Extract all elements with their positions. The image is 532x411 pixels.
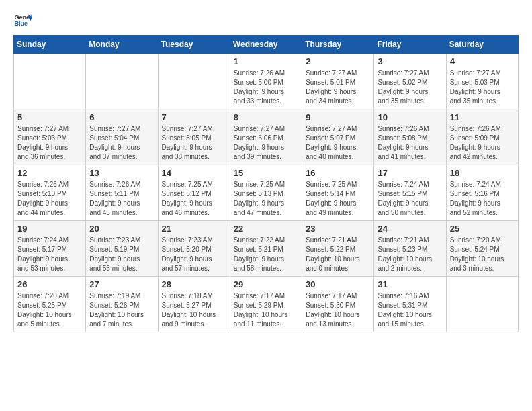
calendar-day-30: 30Sunrise: 7:17 AM Sunset: 5:30 PM Dayli… — [302, 277, 374, 332]
calendar-day-13: 13Sunrise: 7:26 AM Sunset: 5:11 PM Dayli… — [86, 165, 158, 221]
calendar-day-28: 28Sunrise: 7:18 AM Sunset: 5:27 PM Dayli… — [158, 277, 230, 332]
calendar-day-1: 1Sunrise: 7:26 AM Sunset: 5:00 PM Daylig… — [230, 54, 302, 109]
day-number: 31 — [378, 279, 442, 289]
day-info: Sunrise: 7:25 AM Sunset: 5:13 PM Dayligh… — [234, 180, 298, 218]
calendar-day-29: 29Sunrise: 7:17 AM Sunset: 5:29 PM Dayli… — [230, 277, 302, 332]
day-number: 19 — [17, 224, 82, 234]
day-number: 25 — [450, 224, 515, 234]
calendar-day-19: 19Sunrise: 7:24 AM Sunset: 5:17 PM Dayli… — [14, 221, 86, 277]
calendar-day-21: 21Sunrise: 7:23 AM Sunset: 5:20 PM Dayli… — [158, 221, 230, 277]
day-info: Sunrise: 7:23 AM Sunset: 5:20 PM Dayligh… — [162, 236, 226, 273]
day-number: 23 — [306, 224, 370, 234]
day-info: Sunrise: 7:25 AM Sunset: 5:12 PM Dayligh… — [162, 180, 226, 218]
calendar-day-8: 8Sunrise: 7:27 AM Sunset: 5:06 PM Daylig… — [230, 109, 302, 165]
day-number: 9 — [306, 112, 370, 122]
day-info: Sunrise: 7:26 AM Sunset: 5:10 PM Dayligh… — [17, 180, 82, 218]
calendar-empty-cell — [86, 54, 158, 109]
calendar-day-16: 16Sunrise: 7:25 AM Sunset: 5:14 PM Dayli… — [302, 165, 374, 221]
day-info: Sunrise: 7:26 AM Sunset: 5:00 PM Dayligh… — [234, 68, 298, 106]
calendar-day-17: 17Sunrise: 7:24 AM Sunset: 5:15 PM Dayli… — [374, 165, 446, 221]
day-number: 22 — [234, 224, 298, 234]
logo: General Blue — [13, 11, 32, 30]
calendar-week-row: 1Sunrise: 7:26 AM Sunset: 5:00 PM Daylig… — [14, 54, 519, 109]
day-info: Sunrise: 7:24 AM Sunset: 5:17 PM Dayligh… — [17, 236, 82, 273]
calendar-week-row: 5Sunrise: 7:27 AM Sunset: 5:03 PM Daylig… — [14, 109, 519, 165]
day-number: 6 — [89, 112, 154, 122]
day-number: 21 — [162, 224, 226, 234]
day-number: 7 — [162, 112, 226, 122]
day-info: Sunrise: 7:21 AM Sunset: 5:22 PM Dayligh… — [306, 236, 370, 273]
day-info: Sunrise: 7:20 AM Sunset: 5:24 PM Dayligh… — [450, 236, 515, 273]
calendar-day-20: 20Sunrise: 7:23 AM Sunset: 5:19 PM Dayli… — [86, 221, 158, 277]
day-number: 29 — [234, 279, 298, 289]
calendar-day-22: 22Sunrise: 7:22 AM Sunset: 5:21 PM Dayli… — [230, 221, 302, 277]
day-header-friday: Friday — [374, 36, 446, 54]
day-header-thursday: Thursday — [302, 36, 374, 54]
day-info: Sunrise: 7:26 AM Sunset: 5:09 PM Dayligh… — [450, 124, 515, 162]
day-info: Sunrise: 7:27 AM Sunset: 5:06 PM Dayligh… — [234, 124, 298, 162]
calendar-day-7: 7Sunrise: 7:27 AM Sunset: 5:05 PM Daylig… — [158, 109, 230, 165]
day-info: Sunrise: 7:22 AM Sunset: 5:21 PM Dayligh… — [234, 236, 298, 273]
calendar-day-18: 18Sunrise: 7:24 AM Sunset: 5:16 PM Dayli… — [446, 165, 518, 221]
calendar-empty-cell — [446, 277, 518, 332]
day-number: 14 — [162, 168, 226, 178]
day-number: 28 — [162, 279, 226, 289]
day-info: Sunrise: 7:23 AM Sunset: 5:19 PM Dayligh… — [89, 236, 154, 273]
day-info: Sunrise: 7:19 AM Sunset: 5:26 PM Dayligh… — [89, 291, 154, 329]
day-number: 8 — [234, 112, 298, 122]
calendar-day-11: 11Sunrise: 7:26 AM Sunset: 5:09 PM Dayli… — [446, 109, 518, 165]
calendar-day-23: 23Sunrise: 7:21 AM Sunset: 5:22 PM Dayli… — [302, 221, 374, 277]
day-number: 24 — [378, 224, 442, 234]
day-info: Sunrise: 7:26 AM Sunset: 5:08 PM Dayligh… — [378, 124, 442, 162]
day-header-wednesday: Wednesday — [230, 36, 302, 54]
day-header-saturday: Saturday — [446, 36, 518, 54]
day-info: Sunrise: 7:27 AM Sunset: 5:07 PM Dayligh… — [306, 124, 370, 162]
calendar-week-row: 12Sunrise: 7:26 AM Sunset: 5:10 PM Dayli… — [14, 165, 519, 221]
day-info: Sunrise: 7:18 AM Sunset: 5:27 PM Dayligh… — [162, 291, 226, 329]
calendar-day-2: 2Sunrise: 7:27 AM Sunset: 5:01 PM Daylig… — [302, 54, 374, 109]
day-info: Sunrise: 7:17 AM Sunset: 5:29 PM Dayligh… — [234, 291, 298, 329]
calendar-day-3: 3Sunrise: 7:27 AM Sunset: 5:02 PM Daylig… — [374, 54, 446, 109]
day-info: Sunrise: 7:16 AM Sunset: 5:31 PM Dayligh… — [378, 291, 442, 329]
calendar-day-25: 25Sunrise: 7:20 AM Sunset: 5:24 PM Dayli… — [446, 221, 518, 277]
day-number: 1 — [234, 56, 298, 66]
day-info: Sunrise: 7:21 AM Sunset: 5:23 PM Dayligh… — [378, 236, 442, 273]
day-info: Sunrise: 7:27 AM Sunset: 5:01 PM Dayligh… — [306, 68, 370, 106]
calendar-day-5: 5Sunrise: 7:27 AM Sunset: 5:03 PM Daylig… — [14, 109, 86, 165]
calendar-day-26: 26Sunrise: 7:20 AM Sunset: 5:25 PM Dayli… — [14, 277, 86, 332]
calendar-week-row: 19Sunrise: 7:24 AM Sunset: 5:17 PM Dayli… — [14, 221, 519, 277]
day-number: 3 — [378, 56, 442, 66]
day-number: 5 — [17, 112, 82, 122]
day-header-tuesday: Tuesday — [158, 36, 230, 54]
day-header-monday: Monday — [86, 36, 158, 54]
day-header-sunday: Sunday — [14, 36, 86, 54]
page-header: General Blue — [13, 11, 519, 30]
calendar-day-9: 9Sunrise: 7:27 AM Sunset: 5:07 PM Daylig… — [302, 109, 374, 165]
day-number: 16 — [306, 168, 370, 178]
calendar-empty-cell — [158, 54, 230, 109]
day-info: Sunrise: 7:24 AM Sunset: 5:16 PM Dayligh… — [450, 180, 515, 218]
calendar-day-31: 31Sunrise: 7:16 AM Sunset: 5:31 PM Dayli… — [374, 277, 446, 332]
day-number: 17 — [378, 168, 442, 178]
day-number: 13 — [89, 168, 154, 178]
day-number: 2 — [306, 56, 370, 66]
calendar-day-24: 24Sunrise: 7:21 AM Sunset: 5:23 PM Dayli… — [374, 221, 446, 277]
day-number: 15 — [234, 168, 298, 178]
calendar-table: SundayMondayTuesdayWednesdayThursdayFrid… — [13, 35, 519, 332]
day-info: Sunrise: 7:27 AM Sunset: 5:03 PM Dayligh… — [450, 68, 515, 106]
day-info: Sunrise: 7:20 AM Sunset: 5:25 PM Dayligh… — [17, 291, 82, 329]
day-number: 26 — [17, 279, 82, 289]
calendar-day-15: 15Sunrise: 7:25 AM Sunset: 5:13 PM Dayli… — [230, 165, 302, 221]
calendar-day-6: 6Sunrise: 7:27 AM Sunset: 5:04 PM Daylig… — [86, 109, 158, 165]
day-info: Sunrise: 7:24 AM Sunset: 5:15 PM Dayligh… — [378, 180, 442, 218]
calendar-day-4: 4Sunrise: 7:27 AM Sunset: 5:03 PM Daylig… — [446, 54, 518, 109]
calendar-week-row: 26Sunrise: 7:20 AM Sunset: 5:25 PM Dayli… — [14, 277, 519, 332]
day-info: Sunrise: 7:27 AM Sunset: 5:03 PM Dayligh… — [17, 124, 82, 162]
day-info: Sunrise: 7:27 AM Sunset: 5:02 PM Dayligh… — [378, 68, 442, 106]
day-number: 4 — [450, 56, 515, 66]
svg-text:Blue: Blue — [14, 20, 28, 27]
day-number: 30 — [306, 279, 370, 289]
day-number: 18 — [450, 168, 515, 178]
calendar-header-row: SundayMondayTuesdayWednesdayThursdayFrid… — [14, 36, 519, 54]
day-number: 11 — [450, 112, 515, 122]
